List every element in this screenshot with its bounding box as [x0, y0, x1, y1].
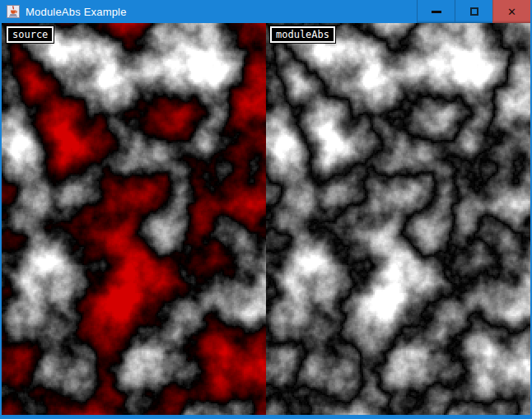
maximize-icon	[470, 7, 478, 16]
source-panel-label: source	[7, 26, 54, 43]
noise-render-canvas	[2, 23, 530, 415]
title-bar[interactable]: ModuleAbs Example ✕	[2, 0, 530, 23]
minimize-button[interactable]	[417, 0, 455, 23]
minimize-icon	[432, 11, 441, 13]
java-coffee-cup-icon[interactable]	[7, 5, 20, 18]
maximize-button[interactable]	[455, 0, 492, 23]
moduleabs-panel-label: moduleAbs	[270, 26, 335, 43]
render-area: source moduleAbs	[2, 23, 530, 415]
window-controls: ✕	[417, 0, 530, 23]
close-button[interactable]: ✕	[492, 0, 530, 23]
window-title: ModuleAbs Example	[26, 6, 127, 18]
app-window: ModuleAbs Example ✕ source moduleAbs	[0, 0, 532, 419]
close-icon: ✕	[507, 7, 516, 17]
